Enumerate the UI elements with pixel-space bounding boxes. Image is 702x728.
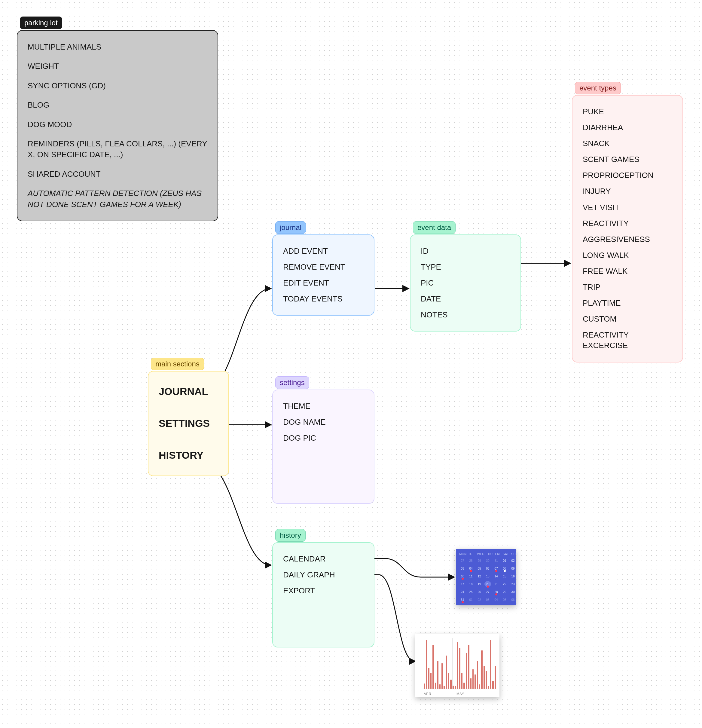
list-item: PROPRIOCEPTION xyxy=(583,170,672,181)
main-section-settings[interactable]: SETTINGS xyxy=(159,417,218,430)
parking-lot-panel[interactable]: MULTIPLE ANIMALS WEIGHT SYNC OPTIONS (GD… xyxy=(17,30,218,221)
graph-month-may: MAY xyxy=(456,692,496,696)
list-item: SNACK xyxy=(583,138,672,149)
list-item: REMINDERS (PILLS, FLEA COLLARS, ...) (EV… xyxy=(27,138,207,160)
list-item: MULTIPLE ANIMALS xyxy=(27,42,207,52)
list-item: REACTIVITY xyxy=(583,218,672,229)
event-types-label[interactable]: event types xyxy=(575,82,621,94)
event-types-panel[interactable]: PUKE DIARRHEA SNACK SCENT GAMES PROPRIOC… xyxy=(572,95,683,363)
list-item: ADD EVENT xyxy=(283,246,364,256)
event-data-label[interactable]: event data xyxy=(413,221,456,234)
settings-panel[interactable]: THEME DOG NAME DOG PIC xyxy=(272,390,374,504)
list-item: LONG WALK xyxy=(583,250,672,261)
list-item: AUTOMATIC PATTERN DETECTION (ZEUS HAS NO… xyxy=(27,188,207,210)
list-item: AGGRESIVENESS xyxy=(583,234,672,245)
list-item: DIARRHEA xyxy=(583,122,672,133)
list-item: INJURY xyxy=(583,186,672,196)
graph-month-apr: APR xyxy=(424,692,456,696)
settings-label[interactable]: settings xyxy=(275,376,309,389)
main-sections-panel[interactable]: JOURNAL SETTINGS HISTORY xyxy=(148,371,229,476)
list-item: WEIGHT xyxy=(27,61,207,72)
list-item: ID xyxy=(421,246,510,256)
list-item: CUSTOM xyxy=(583,314,672,324)
history-label[interactable]: history xyxy=(275,529,306,542)
list-item: SCENT GAMES xyxy=(583,154,672,165)
list-item: TRIP xyxy=(583,282,672,292)
history-item-daily-graph[interactable]: DAILY GRAPH xyxy=(283,570,364,580)
main-sections-label[interactable]: main sections xyxy=(151,358,204,370)
calendar-grid: 27 28 29 30 31 01 02 03 04 05 06 07 08 0… xyxy=(459,558,513,603)
list-item: DOG MOOD xyxy=(27,119,207,130)
history-panel[interactable]: CALENDAR DAILY GRAPH EXPORT xyxy=(272,542,374,647)
daily-graph-thumbnail: APR MAY xyxy=(415,634,500,697)
list-item: PIC xyxy=(421,278,510,288)
list-item: BLOG xyxy=(27,100,207,110)
history-item-calendar[interactable]: CALENDAR xyxy=(283,554,364,564)
history-item-export[interactable]: EXPORT xyxy=(283,585,364,596)
journal-panel[interactable]: ADD EVENT REMOVE EVENT EDIT EVENT TODAY … xyxy=(272,234,374,316)
main-section-journal[interactable]: JOURNAL xyxy=(159,385,218,399)
list-item: DATE xyxy=(421,294,510,304)
list-item: DOG NAME xyxy=(283,417,364,428)
list-item: TODAY EVENTS xyxy=(283,294,364,304)
list-item: DOG PIC xyxy=(283,433,364,443)
list-item: REMOVE EVENT xyxy=(283,262,364,272)
list-item: PUKE xyxy=(583,106,672,117)
list-item: SYNC OPTIONS (GD) xyxy=(27,80,207,91)
list-item: PLAYTIME xyxy=(583,298,672,308)
list-item: REACTIVITY EXCERCISE xyxy=(583,330,672,351)
journal-label[interactable]: journal xyxy=(275,221,306,234)
list-item: NOTES xyxy=(421,310,510,320)
list-item: EDIT EVENT xyxy=(283,278,364,288)
list-item: SHARED ACCOUNT xyxy=(27,169,207,179)
parking-lot-label[interactable]: parking lot xyxy=(20,17,62,29)
graph-bars xyxy=(424,638,496,689)
event-data-panel[interactable]: ID TYPE PIC DATE NOTES xyxy=(410,234,521,332)
list-item: FREE WALK xyxy=(583,266,672,277)
list-item: THEME xyxy=(283,401,364,412)
main-section-history[interactable]: HISTORY xyxy=(159,448,218,462)
list-item: VET VISIT xyxy=(583,202,672,213)
calendar-thumbnail: MON TUE WED THU FRI SAT SUN 27 28 29 30 … xyxy=(456,549,516,605)
event-data-type[interactable]: TYPE xyxy=(421,262,510,272)
